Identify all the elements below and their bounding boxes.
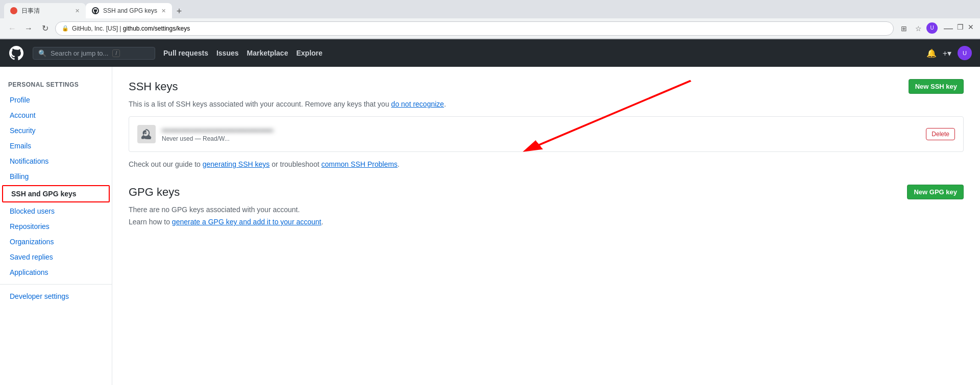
gpg-section: GPG keys New GPG key There are no GPG ke… [129,185,964,226]
tab-favicon-jishiqing [10,7,17,14]
sidebar-item-account[interactable]: Account [0,108,112,123]
sidebar-item-ssh-gpg-keys[interactable]: SSH and GPG keys [2,185,110,202]
nav-issues[interactable]: Issues [216,49,239,57]
address-bar[interactable]: 🔒 GitHub, Inc. [US] | github.com/setting… [55,21,894,36]
key-icon [137,125,156,143]
new-item-icon[interactable]: +▾ [943,48,951,58]
bookmark-icon[interactable]: ☆ [912,22,924,35]
github-logo-icon [8,45,24,61]
sidebar-item-billing[interactable]: Billing [0,169,112,184]
gpg-no-keys-text: There are no GPG keys associated with yo… [129,206,964,214]
sidebar-item-emails[interactable]: Emails [0,138,112,153]
tab-title-jishiqing: 日事清 [21,7,71,15]
github-nav-links: Pull requests Issues Marketplace Explore [163,49,323,57]
sidebar-item-blocked-users[interactable]: Blocked users [0,203,112,219]
sidebar-item-notifications[interactable]: Notifications [0,153,112,169]
sidebar-item-developer-settings[interactable]: Developer settings [0,289,112,304]
tab-jishiqing[interactable]: 日事清 ✕ [4,3,86,18]
sidebar-item-organizations[interactable]: Organizations [0,234,112,249]
close-button[interactable]: ✕ [968,23,974,34]
gpg-learn-text: Learn how to generate a GPG key and add … [129,218,964,226]
search-icon: 🔍 [38,49,46,57]
maximize-button[interactable]: ❐ [957,23,964,34]
new-ssh-key-button[interactable]: New SSH key [909,79,964,94]
tab-github[interactable]: SSH and GPG keys ✕ [86,3,172,18]
search-box[interactable]: 🔍 Search or jump to... / [33,47,155,60]
sidebar-item-security[interactable]: Security [0,123,112,138]
new-tab-button[interactable]: + [172,4,186,18]
main-container: Personal settings Profile Account Securi… [0,67,980,385]
annotation-arrow [112,67,980,385]
user-avatar-nav[interactable]: U [958,46,972,60]
tab-close-github[interactable]: ✕ [161,8,166,14]
browser-user-avatar[interactable]: U [926,22,938,34]
gpg-section-header: GPG keys New GPG key [129,185,964,199]
sidebar-item-repositories[interactable]: Repositories [0,219,112,234]
search-placeholder: Search or jump to... [51,49,108,57]
tab-favicon-github [92,7,99,14]
key-subtitle: Never used — Read/W... [162,135,920,142]
browser-tabs: 日事清 ✕ SSH and GPG keys ✕ + [0,0,980,18]
browser-addressbar: ← → ↻ 🔒 GitHub, Inc. [US] | github.com/s… [0,18,980,39]
generate-gpg-key-link[interactable]: generate a GPG key and add it to your ac… [172,218,322,226]
settings-content: SSH keys New SSH key This is a list of S… [112,67,980,385]
nav-pull-requests[interactable]: Pull requests [163,49,208,57]
browser-chrome: 日事清 ✕ SSH and GPG keys ✕ + ← → ↻ 🔒 GitHu… [0,0,980,39]
nav-explore[interactable]: Explore [296,49,322,57]
lock-icon: 🔒 [62,25,69,32]
nav-refresh-button[interactable]: ↻ [39,22,51,35]
minimize-button[interactable]: — [944,23,953,34]
ssh-section-header: SSH keys New SSH key [129,79,964,94]
ssh-section-title: SSH keys [129,80,178,93]
key-info: ••••••••••••••••••••••••••••••••••••••••… [162,126,920,142]
do-not-recognize-link[interactable]: do not recognize [391,100,444,108]
sidebar-section-title: Personal settings [0,77,112,92]
ssh-key-card: ••••••••••••••••••••••••••••••••••••••••… [129,116,964,152]
nav-back-button[interactable]: ← [6,22,18,35]
settings-sidebar: Personal settings Profile Account Securi… [0,67,112,385]
tab-title-github: SSH and GPG keys [103,7,157,14]
sidebar-item-saved-replies[interactable]: Saved replies [0,249,112,265]
nav-forward-button[interactable]: → [22,22,35,35]
notifications-icon[interactable]: 🔔 [926,48,937,58]
key-title: ••••••••••••••••••••••••••••••••••••••••… [162,126,920,134]
github-nav-right: 🔔 +▾ U [926,46,972,60]
delete-ssh-key-button[interactable]: Delete [926,128,955,140]
ssh-bottom-info: Check out our guide to generating SSH ke… [129,160,964,168]
sidebar-item-applications[interactable]: Applications [0,265,112,280]
common-ssh-problems-link[interactable]: common SSH Problems [321,160,397,168]
address-text: GitHub, Inc. [US] | github.com/settings/… [72,25,190,32]
ssh-info-text: This is a list of SSH keys associated wi… [129,100,964,108]
generating-ssh-keys-link[interactable]: generating SSH keys [203,160,270,168]
tab-close-jishiqing[interactable]: ✕ [75,8,80,14]
sidebar-item-profile[interactable]: Profile [0,92,112,108]
translate-icon[interactable]: ⊞ [898,22,910,35]
nav-marketplace[interactable]: Marketplace [247,49,288,57]
search-kbd: / [112,49,120,57]
gpg-section-title: GPG keys [129,186,180,199]
github-navbar: 🔍 Search or jump to... / Pull requests I… [0,39,980,67]
sidebar-divider [0,284,112,285]
browser-actions: ⊞ ☆ U [898,22,938,35]
new-gpg-key-button[interactable]: New GPG key [907,185,964,199]
